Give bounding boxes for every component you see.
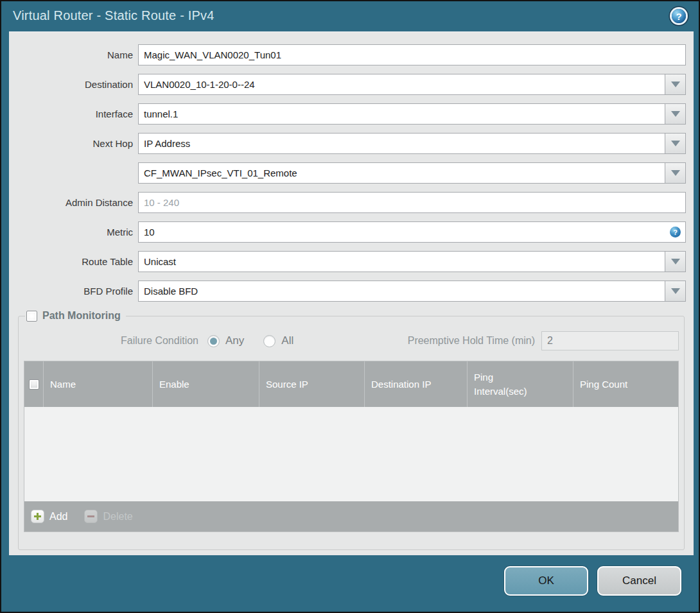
minus-icon [84,510,98,523]
dialog-titlebar: Virtual Router - Static Route - IPv4 [3,1,697,30]
failure-condition-all-radio[interactable] [263,335,276,347]
chevron-down-icon [671,82,680,87]
path-monitoring-table: Name Enable Source IP Destination IP Pin… [24,361,679,532]
path-monitoring-section: Path Monitoring Failure Condition Any Al… [18,310,685,550]
cancel-button[interactable]: Cancel [597,566,681,596]
static-route-dialog: Virtual Router - Static Route - IPv4 Nam… [0,0,700,613]
next-hop-type-input[interactable] [138,133,665,154]
column-header-destination-ip[interactable]: Destination IP [365,361,468,407]
column-header-name[interactable]: Name [44,361,153,407]
route-table-input[interactable] [138,251,665,272]
path-monitoring-toggle[interactable]: Path Monitoring [25,310,126,322]
select-all-checkbox[interactable] [29,379,39,390]
failure-condition-all-label: All [281,334,293,347]
failure-condition-any-label: Any [225,334,244,347]
name-input[interactable] [138,44,686,65]
dialog-title: Virtual Router - Static Route - IPv4 [13,8,214,23]
table-body-empty[interactable] [24,407,678,501]
bfd-profile-row: BFD Profile [9,281,686,302]
column-header-ping-interval[interactable]: Ping Interval(sec) [468,361,573,407]
preemptive-hold-time-group: Preemptive Hold Time (min) [408,331,679,350]
route-table-row: Route Table [9,251,686,272]
interface-dropdown-button[interactable] [665,103,686,125]
table-header: Name Enable Source IP Destination IP Pin… [24,361,678,407]
failure-condition-label: Failure Condition [24,335,198,347]
route-table-dropdown-button[interactable] [665,251,686,272]
route-table-label: Route Table [9,256,133,267]
metric-label: Metric [9,227,133,237]
admin-distance-row: Admin Distance [9,192,686,213]
metric-row: Metric [9,221,686,243]
destination-dropdown-button[interactable] [665,74,686,95]
interface-row: Interface [9,103,686,125]
chevron-down-icon [671,170,680,176]
next-hop-address-row [9,162,686,184]
name-label: Name [9,49,133,60]
failure-condition-row: Failure Condition Any All Preemptive Hol… [24,331,679,351]
metric-input[interactable] [138,221,686,243]
path-monitoring-checkbox[interactable] [26,311,37,322]
dialog-content: Name Destination Interface [9,31,694,555]
next-hop-row: Next Hop [9,133,686,154]
next-hop-address-dropdown-button[interactable] [665,162,686,184]
path-monitoring-label: Path Monitoring [42,310,121,322]
interface-input[interactable] [138,103,665,125]
add-button[interactable]: Add [31,510,67,523]
help-icon[interactable] [672,9,686,23]
preemptive-hold-time-label: Preemptive Hold Time (min) [408,335,535,347]
metric-help-icon[interactable] [670,227,681,237]
destination-label: Destination [9,79,133,90]
admin-distance-label: Admin Distance [9,197,133,208]
bfd-profile-dropdown-button[interactable] [665,281,686,302]
failure-condition-any-radio[interactable] [207,335,220,347]
interface-label: Interface [9,108,133,119]
chevron-down-icon [671,141,680,146]
next-hop-dropdown-button[interactable] [665,133,686,154]
next-hop-address-input[interactable] [138,162,665,184]
column-header-enable[interactable]: Enable [153,361,259,407]
add-button-label: Add [49,511,67,522]
select-all-cell [24,361,44,407]
next-hop-label: Next Hop [9,138,133,149]
preemptive-hold-time-input[interactable] [541,331,679,350]
bfd-profile-input[interactable] [138,281,665,302]
chevron-down-icon [671,111,680,117]
name-row: Name [9,44,686,65]
table-toolbar: Add Delete [24,501,678,531]
plus-icon [31,510,44,523]
column-header-source-ip[interactable]: Source IP [259,361,365,407]
destination-row: Destination [9,74,686,95]
destination-input[interactable] [138,74,665,95]
column-header-ping-count[interactable]: Ping Count [573,361,678,407]
bfd-profile-label: BFD Profile [9,286,133,297]
ok-button[interactable]: OK [504,566,588,596]
chevron-down-icon [671,259,680,264]
admin-distance-input[interactable] [138,192,686,213]
delete-button-label: Delete [103,511,132,522]
delete-button[interactable]: Delete [84,510,132,523]
chevron-down-icon [671,288,680,294]
